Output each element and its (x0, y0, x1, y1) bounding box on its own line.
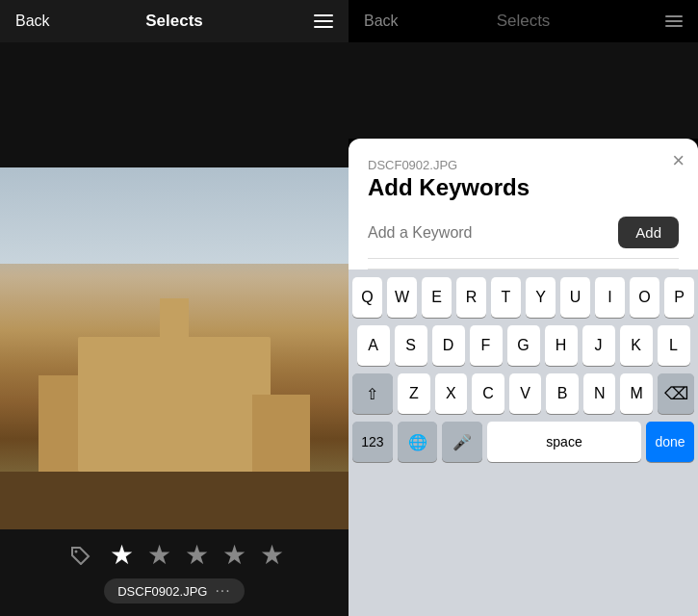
keyboard: Q W E R T Y U I O P A S D F G H J K L (349, 270, 698, 616)
keyword-input[interactable] (368, 224, 608, 242)
photo-top-dark (0, 42, 349, 167)
globe-key[interactable]: 🌐 (398, 422, 438, 462)
svg-point-0 (74, 550, 77, 552)
space-key[interactable]: space (487, 422, 641, 462)
filename-pill[interactable]: DSCF0902.JPG ··· (104, 578, 245, 603)
key-b[interactable]: B (546, 373, 579, 414)
key-r[interactable]: R (456, 277, 486, 318)
modal-filename: DSCF0902.JPG (368, 158, 679, 172)
hamburger-line-3 (314, 26, 333, 28)
modal-title: Add Keywords (368, 174, 679, 201)
filename-row: DSCF0902.JPG ··· (104, 578, 245, 603)
left-menu-icon[interactable] (314, 14, 333, 28)
key-s[interactable]: S (395, 325, 427, 366)
bottom-toolbar: ★ ★ ★ ★ ★ DSCF0902.JPG ··· (0, 529, 349, 616)
right-menu-icon[interactable] (665, 15, 683, 27)
star-5[interactable]: ★ (260, 539, 284, 571)
building-tower (160, 298, 189, 337)
key-t[interactable]: T (491, 277, 521, 318)
key-c[interactable]: C (472, 373, 504, 414)
building-main (78, 337, 271, 472)
tag-icon[interactable] (65, 542, 96, 569)
key-w[interactable]: W (387, 277, 417, 318)
right-hamburger-line-3 (665, 25, 683, 27)
foreground-brush (0, 472, 349, 529)
star-1[interactable]: ★ (110, 539, 134, 571)
key-z[interactable]: Z (398, 373, 430, 414)
keyword-input-row: Add (368, 217, 679, 259)
key-e[interactable]: E (422, 277, 452, 318)
right-hamburger-line-2 (665, 20, 683, 22)
key-j[interactable]: J (582, 325, 615, 366)
left-panel: Back Selects (0, 0, 349, 616)
left-back-button[interactable]: Back (15, 13, 50, 30)
hamburger-line-1 (314, 14, 333, 16)
key-f[interactable]: F (470, 325, 503, 366)
key-g[interactable]: G (507, 325, 540, 366)
key-d[interactable]: D (432, 325, 465, 366)
keyboard-row-3: ⇧ Z X C V B N M ⌫ (352, 373, 694, 414)
key-k[interactable]: K (620, 325, 653, 366)
key-q[interactable]: Q (352, 277, 382, 318)
building-right (252, 395, 310, 472)
add-keyword-button[interactable]: Add (618, 217, 679, 248)
sky-area (0, 167, 349, 264)
left-title: Selects (145, 12, 203, 31)
filename-text: DSCF0902.JPG (117, 584, 207, 599)
shift-key[interactable]: ⇧ (352, 373, 393, 414)
star-2[interactable]: ★ (147, 539, 171, 571)
key-p[interactable]: P (664, 277, 694, 318)
right-hamburger-line-1 (665, 15, 683, 17)
key-l[interactable]: L (658, 325, 690, 366)
delete-key[interactable]: ⌫ (658, 373, 694, 414)
photo-image (0, 167, 349, 529)
num-key[interactable]: 123 (352, 422, 393, 462)
more-options-icon[interactable]: ··· (215, 582, 230, 600)
star-4[interactable]: ★ (222, 539, 246, 571)
left-header: Back Selects (0, 0, 349, 42)
key-a[interactable]: A (357, 325, 390, 366)
key-u[interactable]: U (560, 277, 590, 318)
photo-area (0, 42, 349, 529)
right-dark-area (349, 42, 698, 139)
key-o[interactable]: O (630, 277, 659, 318)
key-x[interactable]: X (435, 373, 468, 414)
right-back-button[interactable]: Back (364, 13, 399, 30)
right-title: Selects (497, 12, 551, 31)
keyboard-row-1: Q W E R T Y U I O P (352, 277, 694, 318)
done-key[interactable]: done (646, 422, 694, 462)
hamburger-line-2 (314, 20, 333, 22)
key-n[interactable]: N (583, 373, 616, 414)
key-i[interactable]: I (595, 277, 625, 318)
mic-key[interactable]: 🎤 (442, 422, 482, 462)
building-silhouette (29, 318, 320, 472)
modal-content: DSCF0902.JPG Add Keywords Add (349, 139, 698, 270)
close-button[interactable]: × (672, 150, 685, 171)
keyboard-row-4: 123 🌐 🎤 space done (352, 422, 694, 462)
star-3[interactable]: ★ (185, 539, 209, 571)
key-h[interactable]: H (545, 325, 578, 366)
keyboard-row-2: A S D F G H J K L (352, 325, 694, 366)
key-m[interactable]: M (620, 373, 653, 414)
key-y[interactable]: Y (526, 277, 556, 318)
right-header: Back Selects (349, 0, 698, 42)
right-panel: Back Selects × DSCF0902.JPG Add Keywords… (349, 0, 698, 616)
key-v[interactable]: V (509, 373, 542, 414)
stars-row: ★ ★ ★ ★ ★ (65, 539, 284, 571)
modal-sheet: × DSCF0902.JPG Add Keywords Add Q W E R … (349, 139, 698, 616)
